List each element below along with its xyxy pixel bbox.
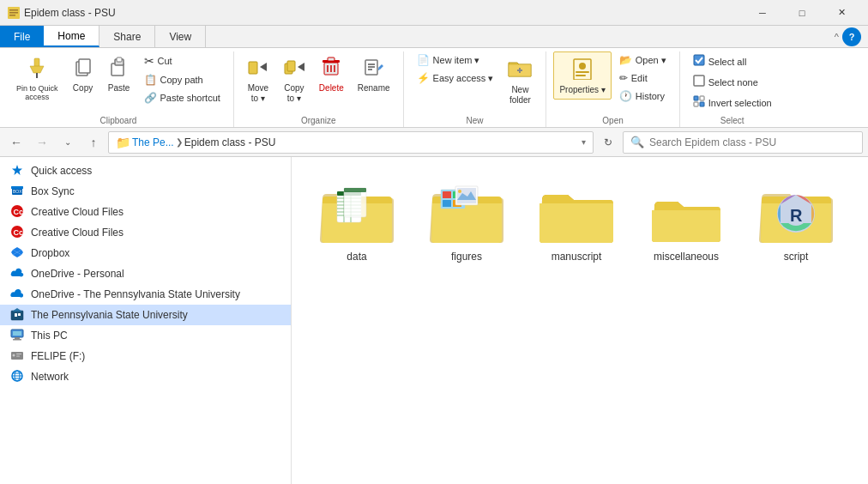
- history-button[interactable]: 🕐 History: [613, 88, 672, 105]
- new-item-label: New item ▾: [433, 55, 480, 66]
- svg-rect-82: [443, 191, 451, 198]
- sidebar-item-quick-access[interactable]: Quick access: [0, 160, 291, 181]
- properties-button[interactable]: Properties ▾: [553, 51, 611, 100]
- refresh-button[interactable]: ↻: [597, 131, 619, 154]
- close-button[interactable]: ✕: [822, 0, 861, 26]
- sidebar-item-onedrive-psu[interactable]: OneDrive - The Pennsylvania State Univer…: [0, 284, 291, 305]
- copy-to-button[interactable]: Copyto ▾: [277, 51, 311, 108]
- svg-marker-5: [30, 66, 44, 73]
- ribbon-collapse-btn[interactable]: ^: [835, 32, 839, 42]
- svg-rect-12: [249, 62, 257, 74]
- forward-button[interactable]: →: [31, 131, 53, 154]
- new-folder-button[interactable]: Newfolder: [501, 51, 539, 110]
- back-button[interactable]: ←: [5, 131, 27, 154]
- easy-access-button[interactable]: ⚡ Easy access ▾: [411, 70, 500, 87]
- delete-button[interactable]: Delete: [313, 51, 350, 98]
- paste-label: Paste: [108, 83, 130, 94]
- cc2-icon: Cc: [10, 225, 24, 241]
- svg-text:Cc: Cc: [14, 208, 24, 216]
- svg-rect-58: [13, 331, 21, 336]
- folder-miscellaneous-icon: [648, 181, 725, 245]
- open-col: 📂 Open ▾ ✏ Edit 🕐 History: [613, 51, 672, 105]
- sidebar-label-cc1: Creative Cloud Files: [31, 206, 124, 218]
- folder-manuscript[interactable]: manuscript: [525, 171, 628, 270]
- tab-share[interactable]: Share: [99, 26, 155, 47]
- tab-home[interactable]: Home: [44, 26, 99, 47]
- svg-text:R: R: [790, 206, 803, 225]
- svg-rect-8: [79, 59, 90, 73]
- breadcrumb-parent[interactable]: The Pe...: [132, 136, 174, 148]
- open-button[interactable]: 📂 Open ▾: [613, 51, 672, 69]
- open-group: Properties ▾ 📂 Open ▾ ✏ Edit 🕐 History O…: [546, 51, 679, 127]
- edit-button[interactable]: ✏ Edit: [613, 70, 672, 87]
- select-none-icon: [693, 75, 705, 89]
- minimize-button[interactable]: ─: [743, 0, 782, 26]
- tab-view[interactable]: View: [155, 26, 206, 47]
- pin-quick-access-button[interactable]: Pin to Quickaccess: [10, 51, 64, 106]
- sidebar-item-cc2[interactable]: Cc Creative Cloud Files: [0, 222, 291, 243]
- paste-shortcut-button[interactable]: 🔗 Paste shortcut: [138, 89, 226, 106]
- folder-data-icon-wrap: [318, 178, 395, 247]
- svg-point-60: [13, 354, 15, 356]
- sidebar-item-network[interactable]: Network: [0, 366, 291, 387]
- title-bar: Epidem class - PSU ─ □ ✕: [0, 0, 868, 26]
- folder-script[interactable]: R script: [744, 171, 847, 270]
- folder-data[interactable]: data: [305, 171, 408, 270]
- sidebar-label-psu: The Pennsylvania State University: [31, 309, 188, 321]
- select-all-button[interactable]: Select all: [687, 51, 778, 71]
- sidebar-item-cc1[interactable]: Cc Creative Cloud Files: [0, 202, 291, 222]
- sidebar-label-drive-f: FELIPE (F:): [31, 350, 85, 362]
- copy-path-button[interactable]: 📋 Copy path: [138, 71, 226, 88]
- folder-script-icon-wrap: R: [757, 178, 835, 247]
- svg-marker-13: [260, 63, 267, 71]
- cut-button[interactable]: ✂ Cut: [138, 51, 226, 70]
- select-none-button[interactable]: Select none: [687, 72, 778, 92]
- svg-rect-15: [287, 61, 295, 71]
- sidebar-label-network: Network: [31, 371, 69, 383]
- help-button[interactable]: ?: [842, 27, 861, 46]
- copy-button[interactable]: Copy: [66, 51, 100, 98]
- move-to-button[interactable]: Moveto ▾: [241, 51, 275, 108]
- new-item-button[interactable]: 📄 New item ▾: [411, 51, 500, 69]
- maximize-button[interactable]: □: [782, 0, 822, 26]
- svg-rect-31: [576, 71, 589, 73]
- select-col: Select all Select none Invert selection: [687, 51, 778, 112]
- move-to-icon: [247, 56, 269, 82]
- sidebar-item-onedrive-personal[interactable]: OneDrive - Personal: [0, 263, 291, 284]
- folder-figures-name: figures: [451, 251, 482, 263]
- select-group: Select all Select none Invert selection …: [680, 51, 785, 127]
- select-label: Select: [687, 112, 778, 127]
- invert-selection-icon: [693, 95, 705, 110]
- folder-miscellaneous[interactable]: miscellaneous: [635, 171, 738, 270]
- breadcrumb-dropdown-button[interactable]: ▾: [582, 137, 586, 147]
- rename-button[interactable]: Rename: [352, 51, 396, 98]
- invert-selection-label: Invert selection: [708, 98, 772, 108]
- sidebar-item-this-pc[interactable]: This PC: [0, 325, 291, 346]
- up-button[interactable]: ↑: [82, 131, 105, 154]
- sidebar-item-psu[interactable]: The Pennsylvania State University: [0, 305, 291, 325]
- select-items: Select all Select none Invert selection: [687, 51, 778, 112]
- sidebar-item-drive-f[interactable]: FELIPE (F:): [0, 346, 291, 366]
- invert-selection-button[interactable]: Invert selection: [687, 93, 778, 112]
- open-label: Open: [553, 112, 672, 127]
- delete-icon: [320, 56, 342, 82]
- sidebar-item-box-sync[interactable]: BOX Box Sync: [0, 181, 291, 202]
- recent-locations-button[interactable]: ⌄: [57, 131, 79, 154]
- svg-rect-78: [344, 188, 366, 217]
- organize-label: Organize: [241, 112, 396, 127]
- search-input[interactable]: [649, 136, 855, 148]
- svg-rect-53: [15, 313, 17, 317]
- address-bar: ← → ⌄ ↑ 📁 The Pe... ❯ Epidem class - PSU…: [0, 128, 868, 157]
- svg-text:Cc: Cc: [14, 228, 24, 237]
- clipboard-group: Pin to Quickaccess Copy: [3, 51, 234, 127]
- svg-rect-3: [9, 15, 15, 16]
- sidebar-item-dropbox[interactable]: Dropbox: [0, 243, 291, 263]
- open-icon: 📂: [619, 54, 632, 66]
- dropbox-icon: [10, 245, 24, 262]
- folder-data-name: data: [347, 251, 366, 263]
- svg-point-89: [458, 190, 461, 193]
- folder-figures[interactable]: figures: [415, 171, 518, 270]
- paste-button[interactable]: Paste: [102, 51, 136, 98]
- search-box: 🔍: [623, 131, 863, 154]
- tab-file[interactable]: File: [0, 26, 44, 47]
